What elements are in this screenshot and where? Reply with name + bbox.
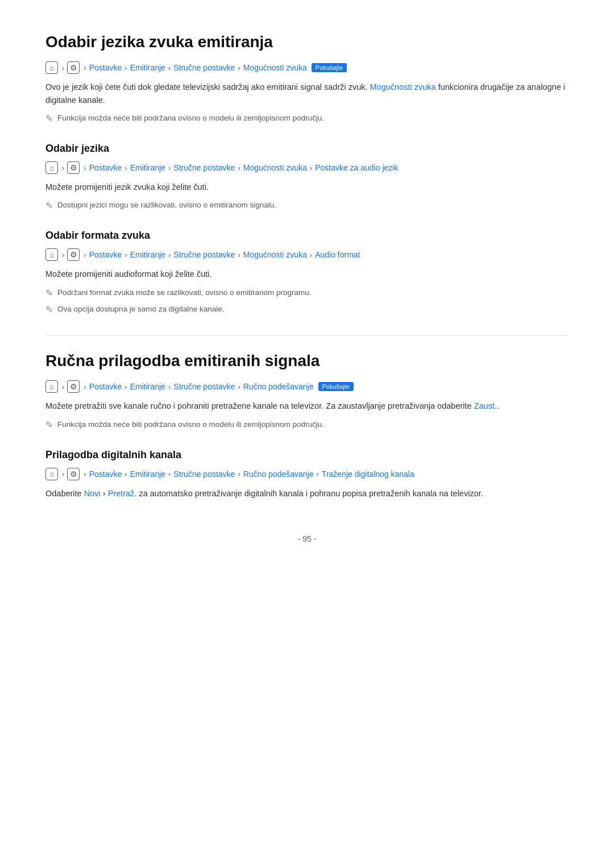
bc-link-mogucnosti-2[interactable]: Mogućnosti zvuka [243, 163, 307, 172]
chevron-3-1: › [62, 251, 64, 259]
pencil-icon-5: ✎ [45, 420, 53, 430]
subsection-title-prilagodba: Prilagodba digitalnih kanala [45, 449, 569, 461]
chevron-4-2: › [84, 383, 86, 391]
home-icon-4: ⌂ [45, 380, 58, 393]
bc-link-mogucnosti-1[interactable]: Mogućnosti zvuka [243, 63, 307, 72]
chevron-2-6: › [310, 164, 312, 172]
section1-title: Odabir jezika zvuka emitiranja [45, 33, 569, 51]
chevron-3-4: › [168, 251, 171, 259]
bc-link-emitiranje-5[interactable]: Emitiranje [130, 470, 165, 479]
note-text-3-2: Ova opcija dostupna je samo za digitalne… [57, 304, 224, 315]
bc-link-strucne-1[interactable]: Stručne postavke [173, 63, 235, 72]
chevron-5-1: › [62, 470, 64, 478]
subsection-body-prilagodba: Odaberite Novi › Pretraž. za automatsko … [45, 487, 569, 500]
bc-link-postavke-1[interactable]: Postavke [89, 63, 122, 72]
subsection-odabir-formata: Odabir formata zvuka ⌂ › ⚙ › Postavke › … [45, 230, 569, 315]
inline-link-novi[interactable]: Novi [84, 489, 101, 498]
chevron-5-4: › [168, 470, 171, 478]
chevron-5-2: › [84, 470, 86, 478]
chevron-5-6: › [317, 470, 319, 478]
bc-link-strucne-4[interactable]: Stručne postavke [173, 382, 235, 391]
subsection-odabir-jezika: Odabir jezika ⌂ › ⚙ › Postavke › Emitira… [45, 143, 569, 211]
home-icon: ⌂ [45, 61, 58, 74]
chevron-2-4: › [168, 164, 171, 172]
chevron-icon-5: › [238, 64, 240, 72]
subsection-body-odabir-jezika: Možete promijeniti jezik zvuka koji želi… [45, 181, 569, 194]
bc-link-postavke-4[interactable]: Postavke [89, 382, 122, 391]
bc-link-emitiranje-1[interactable]: Emitiranje [130, 63, 165, 72]
bc-link-trazenje-digitalnog[interactable]: Traženje digitalnog kanala [322, 470, 414, 479]
chevron-2-3: › [125, 164, 127, 172]
note-3-2: ✎ Ova opcija dostupna je samo za digital… [45, 304, 569, 315]
bc-link-audio-jezik[interactable]: Postavke za audio jezik [315, 163, 398, 172]
bc-link-emitiranje-4[interactable]: Emitiranje [130, 382, 165, 391]
badge-pokusajte-1: Pokušajte [312, 63, 347, 72]
chevron-5-3: › [125, 470, 127, 478]
section-divider [45, 335, 569, 336]
breadcrumb-2: ⌂ › ⚙ › Postavke › Emitiranje › Stručne … [45, 161, 569, 174]
bc-link-postavke-5[interactable]: Postavke [89, 470, 122, 479]
home-icon-3: ⌂ [45, 248, 58, 261]
note-text-2-1: Dostupni jezici mogu se razlikovati, ovi… [57, 200, 276, 211]
chevron-2-2: › [84, 164, 86, 172]
section2-body: Možete pretražiti sve kanale ručno i poh… [45, 400, 569, 413]
home-icon-2: ⌂ [45, 161, 58, 174]
settings-icon-1: ⚙ [67, 61, 80, 74]
breadcrumb-5: ⌂ › ⚙ › Postavke › Emitiranje › Stručne … [45, 468, 569, 480]
breadcrumb-3: ⌂ › ⚙ › Postavke › Emitiranje › Stručne … [45, 248, 569, 261]
breadcrumb-1: ⌂ › ⚙ › Postavke › Emitiranje › Stručne … [45, 61, 569, 74]
chevron-4-5: › [238, 383, 240, 391]
chevron-icon-1: › [62, 64, 64, 72]
subsection-body-odabir-formata: Možete promijeniti audioformat koji želi… [45, 268, 569, 281]
page-content: Odabir jezika zvuka emitiranja ⌂ › ⚙ › P… [45, 33, 569, 555]
note-1-1: ✎ Funkcija možda neće biti podržana ovis… [45, 113, 569, 124]
note-text-3-1: Podržani format zvuka može se razlikovat… [57, 287, 311, 299]
section2-title: Ručna prilagodba emitiranih signala [45, 352, 569, 370]
chevron-3-6: › [310, 251, 312, 259]
bc-link-audio-format[interactable]: Audio format [315, 250, 360, 259]
bc-link-strucne-5[interactable]: Stručne postavke [173, 470, 235, 479]
note-3-1: ✎ Podržani format zvuka može se razlikov… [45, 287, 569, 299]
bc-link-postavke-3[interactable]: Postavke [89, 250, 122, 259]
note-2-1: ✎ Dostupni jezici mogu se razlikovati, o… [45, 200, 569, 211]
section1-body: Ovo je jezik koji ćete čuti dok gledate … [45, 81, 569, 107]
chevron-3-2: › [84, 251, 86, 259]
chevron-icon-4: › [168, 64, 171, 72]
bc-link-emitiranje-3[interactable]: Emitiranje [130, 250, 165, 259]
subsection-title-odabir-formata: Odabir formata zvuka [45, 230, 569, 242]
chevron-2-5: › [238, 164, 240, 172]
pencil-icon-4: ✎ [45, 304, 53, 315]
bc-link-mogucnosti-3[interactable]: Mogućnosti zvuka [243, 250, 307, 259]
inline-link-pretraz[interactable]: Pretraž. [108, 489, 137, 498]
settings-icon-5: ⚙ [67, 468, 80, 480]
chevron-icon-3: › [125, 64, 127, 72]
settings-icon-2: ⚙ [67, 161, 80, 174]
inline-link-zaust[interactable]: Zaust. [474, 401, 497, 410]
bc-link-rucno-podesavanje-1[interactable]: Ručno podešavanje [243, 382, 314, 391]
home-icon-5: ⌂ [45, 468, 58, 480]
chevron-4-4: › [168, 383, 171, 391]
bc-link-strucne-3[interactable]: Stručne postavke [173, 250, 235, 259]
page-number: - 95 - [45, 534, 569, 555]
note-text-1-1: Funkcija možda neće biti podržana ovisno… [57, 113, 324, 124]
note-text-4-1: Funkcija možda neće biti podržana ovisno… [57, 419, 324, 431]
bc-link-rucno-podesavanje-2[interactable]: Ručno podešavanje [243, 470, 314, 479]
bc-link-emitiranje-2[interactable]: Emitiranje [130, 163, 165, 172]
chevron-icon-2: › [84, 64, 86, 72]
bc-link-strucne-2[interactable]: Stručne postavke [173, 163, 235, 172]
note-4-1: ✎ Funkcija možda neće biti podržana ovis… [45, 419, 569, 431]
pencil-icon-2: ✎ [45, 200, 53, 211]
inline-link-mogucnosti[interactable]: Mogućnosti zvuka [370, 82, 436, 92]
chevron-4-1: › [62, 383, 64, 391]
chevron-3-5: › [238, 251, 240, 259]
pencil-icon-1: ✎ [45, 113, 53, 124]
chevron-5-5: › [238, 470, 240, 478]
subsection-title-odabir-jezika: Odabir jezika [45, 143, 569, 155]
chevron-3-3: › [125, 251, 127, 259]
breadcrumb-4: ⌂ › ⚙ › Postavke › Emitiranje › Stručne … [45, 380, 569, 393]
bc-link-postavke-2[interactable]: Postavke [89, 163, 122, 172]
chevron-2-1: › [62, 164, 64, 172]
badge-pokusajte-2: Pokušajte [318, 382, 354, 391]
subsection-prilagodba-digitalnih: Prilagodba digitalnih kanala ⌂ › ⚙ › Pos… [45, 449, 569, 500]
chevron-4-3: › [125, 383, 127, 391]
